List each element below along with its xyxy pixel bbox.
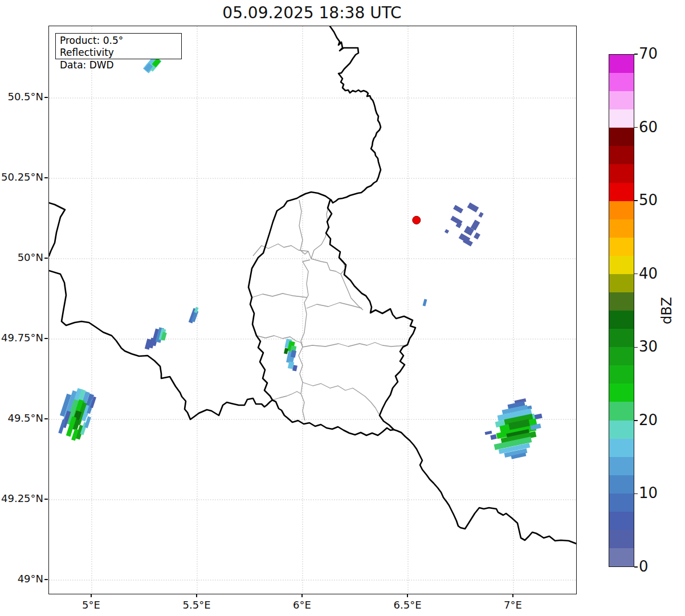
map-canvas (49, 26, 576, 594)
colorbar-tick-label: 60 (639, 119, 679, 136)
colorbar-tick-label: 50 (639, 191, 679, 209)
y-tick-mark (44, 97, 48, 98)
district-border (252, 293, 307, 297)
y-tick-label: 49.5°N (0, 412, 43, 424)
x-tick-mark (196, 594, 197, 597)
colorbar-segment (609, 421, 634, 439)
colorbar-segment (609, 55, 634, 73)
y-tick-mark (44, 177, 48, 178)
colorbar-tick-mark (634, 420, 638, 421)
x-tick-mark (512, 594, 513, 597)
y-tick-label: 50.5°N (0, 91, 43, 103)
y-tick-label: 49.75°N (0, 332, 43, 344)
district-border (256, 336, 303, 347)
colorbar-tick-label: 70 (639, 45, 679, 62)
y-tick-mark (44, 418, 48, 419)
colorbar-tick-mark (634, 200, 638, 201)
radar-echo-cell (485, 431, 492, 435)
colorbar-segment (609, 128, 634, 146)
district-border (272, 391, 301, 400)
colorbar-unit-label: dBZ (650, 292, 684, 329)
colorbar-segment (609, 91, 634, 109)
country-border (248, 192, 415, 435)
radar-echo-cell (478, 212, 483, 218)
colorbar-segment (609, 548, 634, 566)
colorbar-tick-mark (634, 127, 638, 128)
x-tick-mark (407, 594, 408, 597)
colorbar-tick-mark (634, 54, 638, 55)
x-tick-label: 5.5°E (174, 599, 219, 611)
colorbar-segment (609, 475, 634, 493)
colorbar-segment (609, 384, 634, 402)
colorbar-segment (609, 73, 634, 91)
colorbar-tick-label: 10 (639, 484, 679, 501)
y-tick-label: 49.25°N (0, 492, 43, 504)
x-tick-mark (91, 594, 92, 597)
colorbar-segment (609, 329, 634, 347)
district-border (299, 200, 308, 254)
y-tick-label: 50.25°N (0, 171, 43, 183)
radar-echo-cell (423, 299, 427, 307)
x-tick-label: 6.5°E (385, 599, 430, 611)
colorbar-segment (609, 347, 634, 365)
colorbar-segment (609, 109, 634, 128)
colorbar-tick-label: 40 (639, 265, 679, 282)
x-tick-label: 6°E (279, 599, 325, 611)
country-border (49, 203, 65, 256)
radar-echo-cell (474, 232, 480, 240)
colorbar-segment (609, 238, 634, 256)
radar-echo-cell (284, 348, 288, 354)
colorbar-tick-label: 20 (639, 411, 679, 429)
figure-title: 05.09.2025 18:38 UTC (48, 3, 576, 22)
colorbar (609, 54, 634, 567)
colorbar-segment (609, 457, 634, 475)
district-border (303, 342, 405, 347)
radar-echo-cell (453, 205, 463, 214)
colorbar-segment (609, 530, 634, 548)
country-border (394, 430, 576, 544)
x-tick-label: 5°E (68, 599, 114, 611)
district-border (299, 260, 310, 421)
colorbar-tick-mark (634, 566, 638, 568)
colorbar-segment (609, 219, 634, 238)
colorbar-segment (609, 512, 634, 530)
y-tick-mark (44, 258, 48, 259)
colorbar-segment (609, 365, 634, 384)
x-tick-mark (301, 594, 303, 597)
colorbar-segment (609, 402, 634, 420)
colorbar-tick-mark (634, 493, 638, 495)
radar-figure: 05.09.2025 18:38 UTC Product: 0.5° Refle… (0, 0, 685, 616)
colorbar-segment (609, 493, 634, 512)
country-border (330, 26, 381, 203)
colorbar-tick-mark (634, 347, 638, 348)
y-tick-mark (44, 579, 48, 580)
product-label: Product: 0.5° Reflectivity (60, 35, 177, 59)
y-tick-mark (44, 499, 48, 500)
colorbar-segment (609, 256, 634, 274)
colorbar-segment (609, 146, 634, 164)
y-tick-label: 49°N (0, 573, 43, 585)
y-tick-mark (44, 338, 48, 339)
colorbar-segment (609, 183, 634, 201)
colorbar-segment (609, 439, 634, 457)
colorbar-segment (609, 311, 634, 329)
radar-echo-cell (490, 434, 496, 440)
colorbar-segment (609, 164, 634, 182)
colorbar-tick-label: 30 (639, 338, 679, 355)
colorbar-segment (609, 201, 634, 219)
colorbar-segment (609, 274, 634, 292)
map-plot-area: Product: 0.5° Reflectivity Data: DWD (48, 26, 577, 594)
radar-site-marker (413, 216, 421, 224)
district-border (307, 303, 362, 308)
radar-echo-cell (445, 229, 449, 234)
data-source-label: Data: DWD (60, 59, 177, 71)
colorbar-tick-label: 0 (639, 558, 679, 575)
district-border (303, 382, 379, 414)
y-tick-label: 50°N (0, 251, 43, 263)
colorbar-segment (609, 292, 634, 311)
colorbar-tick-mark (634, 274, 638, 275)
radar-echo-cell (467, 202, 479, 213)
product-annotation-box: Product: 0.5° Reflectivity Data: DWD (55, 33, 182, 59)
x-tick-label: 7°E (490, 599, 536, 611)
